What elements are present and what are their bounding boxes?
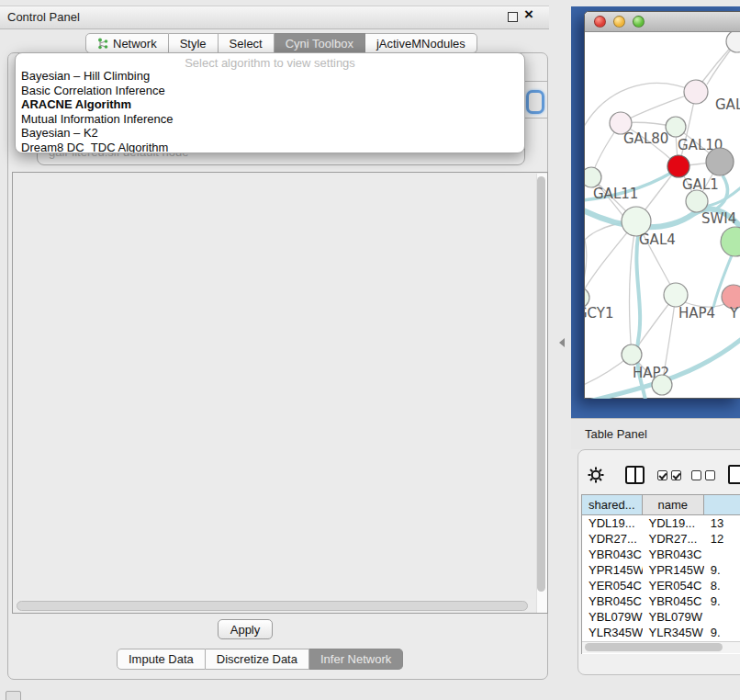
table-cell: YLR345W xyxy=(643,625,704,640)
table-row[interactable]: YER054CYER054C8. xyxy=(582,578,740,593)
checked-box-icon[interactable] xyxy=(657,470,667,480)
table-cell: YER054C xyxy=(643,578,704,593)
network-icon xyxy=(97,38,108,50)
hidden-focused-combo xyxy=(526,90,544,114)
network-nodes[interactable]: GALGAL80GAL10GAL1GAL11SWI4GAL4GCY1HAP4YH… xyxy=(585,32,740,395)
network-node[interactable] xyxy=(721,227,740,256)
table-header-row: shared...name xyxy=(582,495,740,515)
bottom-tabbar: Impute DataDiscretize DataInfer Network xyxy=(117,649,403,670)
table-cell: YLR345W xyxy=(582,625,643,640)
tab-label: jActiveMNodules xyxy=(376,37,465,51)
control-panel-tabbar: NetworkStyleSelectCyni ToolboxjActiveMNo… xyxy=(85,33,477,53)
tab-label: Network xyxy=(113,37,157,51)
table-row[interactable]: YDL19...YDL19...13 xyxy=(582,515,740,531)
tab-label: Style xyxy=(180,37,207,51)
page-icon[interactable] xyxy=(728,465,740,484)
network-node[interactable] xyxy=(652,375,672,395)
table-row[interactable]: YLR345WYLR345W9. xyxy=(582,625,740,640)
table-row[interactable]: YBR045CYBR045C9. xyxy=(582,593,740,609)
algorithm-option-bayesian-k2[interactable]: Bayesian – K2 xyxy=(16,126,524,141)
gear-icon[interactable] xyxy=(588,467,604,483)
checked-box-icon[interactable] xyxy=(671,470,681,480)
algorithm-option-dream8-dc-tdc-algorithm[interactable]: Dream8 DC_TDC Algorithm xyxy=(16,141,524,154)
tab-label: Select xyxy=(230,37,263,51)
algorithm-options: Bayesian – Hill ClimbingBasic Correlatio… xyxy=(16,69,524,153)
network-node-gal[interactable] xyxy=(684,80,708,104)
zoom-traffic-icon[interactable] xyxy=(633,16,645,28)
node-label-gal11: GAL11 xyxy=(593,186,638,202)
algorithm-option-mutual-information-inference[interactable]: Mutual Information Inference xyxy=(16,112,524,127)
node-label-y: Y xyxy=(729,305,739,322)
node-label-swi4: SWI4 xyxy=(701,210,736,227)
table-cell: 9. xyxy=(704,625,740,640)
settings-vscrollbar-thumb[interactable] xyxy=(537,176,545,592)
network-node-swi4[interactable] xyxy=(686,190,708,212)
table-cell: 9. xyxy=(704,562,740,578)
table-cell: YDL19... xyxy=(643,515,704,531)
control-panel-title: Control Panel xyxy=(7,10,80,24)
table-cell xyxy=(704,547,740,562)
close-icon[interactable]: × xyxy=(524,6,533,24)
algorithm-option-basic-correlation-inference[interactable]: Basic Correlation Inference xyxy=(16,84,524,98)
table-row[interactable]: YDR27...YDR27...12 xyxy=(582,531,740,547)
algorithm-option-aracne-algorithm[interactable]: ARACNE Algorithm xyxy=(16,97,524,112)
network-node-hap2[interactable] xyxy=(622,344,642,365)
table-row[interactable]: YPR145WYPR145W9. xyxy=(582,562,740,578)
network-window[interactable]: GALGAL80GAL10GAL1GAL11SWI4GAL4GCY1HAP4YH… xyxy=(584,11,740,399)
tab-label: Cyni Toolbox xyxy=(286,37,353,51)
node-label-hap4: HAP4 xyxy=(678,305,715,322)
network-node[interactable] xyxy=(706,148,734,175)
unchecked-box-icon[interactable] xyxy=(691,470,701,480)
tab-jactivemnodules[interactable]: jActiveMNodules xyxy=(365,33,477,53)
table-row[interactable]: YBL079WYBL079W xyxy=(582,609,740,625)
minimize-traffic-icon[interactable] xyxy=(613,16,625,28)
table-cell: YBL079W xyxy=(643,609,704,625)
node-label-gal4: GAL4 xyxy=(639,231,676,248)
node-label-gal80: GAL80 xyxy=(623,130,668,147)
tab-network[interactable]: Network xyxy=(85,33,169,53)
settings-hscrollbar-thumb[interactable] xyxy=(17,601,528,611)
unchecked-box-icon[interactable] xyxy=(705,470,715,480)
float-window-icon[interactable] xyxy=(508,12,518,22)
table-row[interactable]: YBR043CYBR043C xyxy=(582,547,740,562)
network-node-gal10[interactable] xyxy=(666,117,686,137)
tab-select[interactable]: Select xyxy=(219,33,275,53)
network-node-gal1[interactable] xyxy=(667,155,690,177)
tab-cyni-toolbox[interactable]: Cyni Toolbox xyxy=(275,33,365,53)
split-columns-icon[interactable] xyxy=(625,466,645,484)
table-cell: YDL19... xyxy=(582,515,643,531)
settings-viewport xyxy=(12,172,548,614)
column-header-col2[interactable] xyxy=(704,495,740,514)
table-cell: YBR043C xyxy=(582,547,643,562)
node-table[interactable]: shared...name YDL19...YDL19...13YDR27...… xyxy=(581,494,740,654)
algorithm-option-bayesian-hill-climbing[interactable]: Bayesian – Hill Climbing xyxy=(16,69,524,84)
apply-button[interactable]: Apply xyxy=(218,619,273,639)
column-header-name[interactable]: name xyxy=(643,495,704,514)
table-panel-title: Table Panel xyxy=(585,427,647,441)
table-cell: 8. xyxy=(704,578,740,593)
tab-impute-data[interactable]: Impute Data xyxy=(117,649,206,670)
table-cell: 13 xyxy=(704,515,740,531)
table-cell: YDR27... xyxy=(582,531,643,547)
hidden-group-border xyxy=(525,81,548,82)
table-cell: YPR145W xyxy=(643,562,704,578)
panel-divider-grip-icon[interactable] xyxy=(559,338,565,347)
desktop-area: GALGAL80GAL10GAL1GAL11SWI4GAL4GCY1HAP4YH… xyxy=(571,6,740,419)
network-node-hap4[interactable] xyxy=(664,283,688,307)
network-node-gal11[interactable] xyxy=(585,167,601,187)
column-header-shared[interactable]: shared... xyxy=(582,495,643,514)
tab-infer-network[interactable]: Infer Network xyxy=(309,649,403,670)
tab-discretize-data[interactable]: Discretize Data xyxy=(206,649,309,670)
dropdown-placeholder: Select algorithm to view settings xyxy=(16,56,524,69)
node-label-gcy1: GCY1 xyxy=(585,305,614,322)
network-window-titlebar[interactable] xyxy=(585,12,740,32)
network-canvas[interactable]: GALGAL80GAL10GAL1GAL11SWI4GAL4GCY1HAP4YH… xyxy=(585,32,740,399)
table-cell: 12 xyxy=(704,531,740,547)
table-hscrollbar-thumb[interactable] xyxy=(585,643,723,651)
table-cell: 9. xyxy=(704,593,740,609)
table-cell xyxy=(704,609,740,625)
table-cell: YBR045C xyxy=(643,593,704,609)
tab-style[interactable]: Style xyxy=(169,33,219,53)
close-traffic-icon[interactable] xyxy=(594,16,606,28)
dock-corner-chip[interactable] xyxy=(6,691,21,700)
